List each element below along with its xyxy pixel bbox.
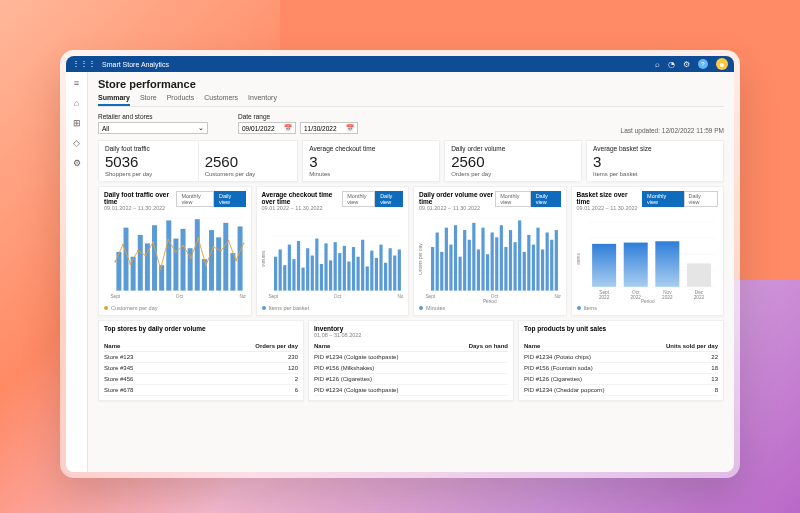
svg-rect-107 [527, 235, 530, 291]
svg-rect-60 [324, 243, 327, 290]
svg-point-36 [212, 246, 214, 248]
svg-rect-97 [481, 228, 484, 291]
table-row[interactable]: Store #123230 [104, 352, 298, 363]
svg-point-38 [228, 240, 230, 242]
svg-rect-61 [328, 260, 331, 290]
svg-rect-87 [436, 232, 439, 290]
tab-store[interactable]: Store [140, 94, 157, 106]
kpi-checkout-time: Average checkout time 3 Minutes [302, 140, 440, 182]
waffle-icon[interactable]: ⋮⋮⋮ [72, 60, 96, 68]
date-to-input[interactable]: 11/30/2022 📅 [300, 122, 358, 134]
svg-rect-75 [393, 255, 396, 290]
page-title: Store performance [98, 78, 724, 90]
svg-text:Sept: Sept [110, 294, 120, 299]
table-row[interactable]: PID #126 (Cigarettes) [314, 374, 508, 385]
chart-foot-traffic: Daily foot traffic over time 09.01.2022 … [98, 186, 252, 316]
svg-rect-94 [468, 240, 471, 291]
svg-point-33 [190, 257, 192, 259]
svg-rect-109 [536, 228, 539, 291]
chevron-down-icon: ⌄ [198, 124, 204, 132]
chart-checkout-time: Average checkout time over time 09.01.20… [256, 186, 410, 316]
svg-rect-56 [306, 248, 309, 290]
svg-point-40 [243, 242, 245, 244]
svg-point-25 [129, 263, 131, 265]
svg-rect-14 [181, 229, 186, 291]
table-row[interactable]: PID #1234 (Colgate toothpaste) [314, 352, 508, 363]
tab-products[interactable]: Products [167, 94, 195, 106]
table-inventory: Inventory 01.08 – 31.08.2022 Name Days o… [308, 320, 514, 401]
svg-rect-133 [686, 263, 710, 286]
svg-rect-63 [338, 253, 341, 291]
retail-icon[interactable]: ⊞ [70, 116, 84, 130]
help-icon[interactable]: ? [698, 59, 708, 69]
svg-rect-51 [283, 265, 286, 290]
view-toggle[interactable]: Monthly view Daily view [495, 191, 560, 207]
svg-rect-104 [513, 242, 516, 290]
menu-icon[interactable]: ≡ [70, 76, 84, 90]
avatar[interactable]: ☻ [716, 58, 728, 70]
tab-customers[interactable]: Customers [204, 94, 238, 106]
sidebar: ≡ ⌂ ⊞ ◇ ⚙ [66, 72, 88, 472]
svg-text:Minutes: Minutes [262, 250, 266, 267]
table-row[interactable]: PID #1234 (Colgate toothpaste) [314, 385, 508, 396]
table-row[interactable]: PID #1234 (Potato chips)22 [524, 352, 718, 363]
bell-icon[interactable]: ◔ [668, 60, 675, 69]
svg-text:Orders per day: Orders per day [419, 243, 423, 275]
svg-point-37 [220, 250, 222, 252]
svg-rect-58 [315, 239, 318, 291]
svg-text:2022: 2022 [598, 295, 609, 300]
svg-rect-99 [491, 232, 494, 290]
table-row[interactable]: PID #156 (Milkshakes) [314, 363, 508, 374]
lightbulb-icon[interactable]: ◇ [70, 136, 84, 150]
svg-point-24 [122, 244, 124, 246]
view-toggle[interactable]: Monthly view Daily view [342, 191, 403, 207]
home-icon[interactable]: ⌂ [70, 96, 84, 110]
svg-rect-113 [555, 230, 558, 291]
retailer-select[interactable]: All ⌄ [98, 122, 208, 134]
svg-text:2022: 2022 [662, 295, 673, 300]
table-row[interactable]: PID #156 (Fountain soda)18 [524, 363, 718, 374]
svg-rect-6 [124, 228, 129, 291]
svg-text:Oct: Oct [333, 294, 341, 299]
svg-rect-12 [166, 220, 171, 290]
svg-rect-53 [292, 259, 295, 290]
svg-rect-130 [655, 241, 679, 287]
svg-rect-18 [209, 230, 214, 291]
date-range-label: Date range [238, 113, 358, 120]
kpi-foot-traffic: Daily foot traffic 5036 Shoppers per day… [98, 140, 298, 182]
svg-point-30 [167, 239, 169, 241]
settings-gear-icon[interactable]: ⚙ [683, 60, 690, 69]
date-from-input[interactable]: 09/01/2022 📅 [238, 122, 296, 134]
search-icon[interactable]: ⌕ [655, 60, 660, 69]
table-row[interactable]: PID #1234 (Cheddar popcorn)8 [524, 385, 718, 396]
svg-rect-49 [274, 257, 277, 291]
svg-rect-91 [454, 225, 457, 290]
svg-rect-64 [342, 246, 345, 291]
kpi-basket-size: Average basket size 3 Items per basket [586, 140, 724, 182]
svg-rect-71 [374, 258, 377, 291]
tab-summary[interactable]: Summary [98, 94, 130, 106]
svg-rect-86 [431, 247, 434, 291]
table-top-stores: Top stores by daily order volume Name Or… [98, 320, 304, 401]
svg-rect-101 [500, 225, 503, 290]
svg-point-28 [152, 241, 154, 243]
table-row[interactable]: Store #345120 [104, 363, 298, 374]
svg-rect-88 [440, 252, 443, 291]
table-row[interactable]: Store #6786 [104, 385, 298, 396]
view-toggle[interactable]: Monthly view Daily view [176, 191, 245, 207]
app-titlebar: ⋮⋮⋮ Smart Store Analytics ⌕ ◔ ⚙ ? ☻ [66, 56, 734, 72]
svg-point-29 [160, 268, 162, 270]
svg-rect-21 [230, 253, 235, 291]
table-row[interactable]: Store #4562 [104, 374, 298, 385]
chart-order-volume: Daily order volume over time 09.01.2022 … [413, 186, 567, 316]
svg-rect-110 [541, 249, 544, 290]
tab-inventory[interactable]: Inventory [248, 94, 277, 106]
svg-text:Nov: Nov [239, 294, 245, 299]
svg-rect-57 [310, 255, 313, 290]
svg-rect-50 [278, 249, 281, 290]
table-row[interactable]: PID #126 (Cigarettes)13 [524, 374, 718, 385]
svg-rect-55 [301, 268, 304, 291]
view-toggle[interactable]: Monthly view Daily view [642, 191, 718, 207]
svg-rect-112 [550, 240, 553, 291]
settings-icon[interactable]: ⚙ [70, 156, 84, 170]
